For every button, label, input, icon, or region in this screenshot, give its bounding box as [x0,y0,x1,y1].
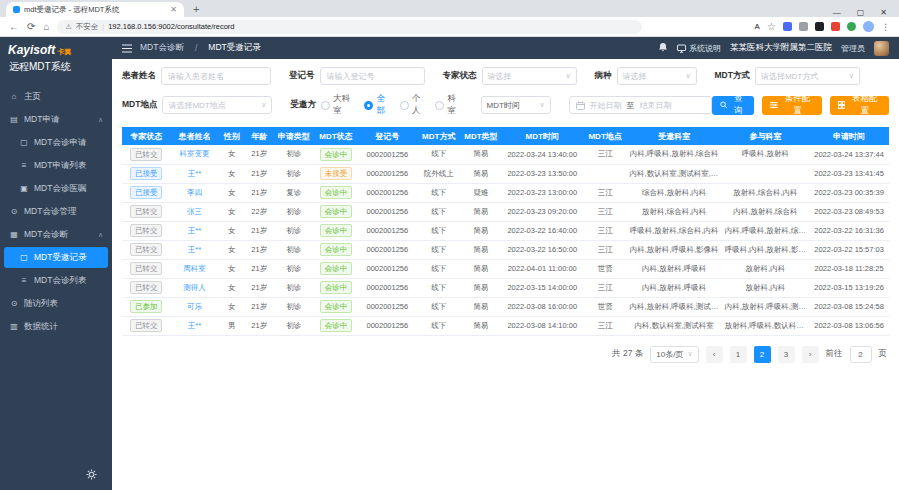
browser-tab[interactable]: mdt受邀记录 - 远程MDT系统 ✕ [6,2,184,17]
extension-icon[interactable] [847,22,856,31]
extension-icon[interactable] [815,22,824,31]
mdt-mode-cell: 线下 [416,145,460,164]
expert-status-select[interactable]: 请选择 ∨ [482,67,577,85]
new-tab-button[interactable]: + [193,2,199,17]
radio-big-dept[interactable]: 大科室 [321,93,356,117]
page-button[interactable]: 1 [730,346,747,363]
close-button[interactable]: ✕ [880,8,887,17]
patient-name-link[interactable]: 张三 [187,207,202,216]
apply-type-cell: 初诊 [274,164,314,183]
reg-no-input[interactable] [320,67,425,85]
sidebar-item-home[interactable]: ⌂ 主页 [0,85,112,108]
back-button[interactable]: ← [9,22,19,32]
column-header[interactable]: 受邀科室 [627,127,722,145]
sidebar-item-mdt-consult-order[interactable]: ▣ MDT会诊医嘱 [0,177,112,200]
patient-name-link[interactable]: 王** [188,169,201,178]
column-header[interactable]: MDT地点 [584,127,627,145]
patient-name-link[interactable]: 周科室 [183,264,206,273]
reg-no-cell: 0002001256 [358,221,416,240]
disease-select[interactable]: 请选择 ∨ [617,67,697,85]
sidebar-item-mdt-diagnosis[interactable]: ▦ MDT会诊断 ∧ [0,223,112,246]
sidebar-item-mdt-apply[interactable]: ▤ MDT申请 ∧ [0,108,112,131]
column-header[interactable]: 申请时间 [809,127,889,145]
bookmark-star-icon[interactable]: ☆ [767,22,776,32]
extension-icon[interactable] [831,22,840,31]
extension-icon[interactable] [799,22,808,31]
user-avatar[interactable] [874,41,889,56]
radio-all[interactable]: 全部 [364,93,391,117]
reading-mode-icon[interactable]: A [754,23,760,31]
refresh-button[interactable]: ⟳ [27,22,35,32]
sidebar-item-followup-list[interactable]: ⊙ 随访列表 [0,292,112,315]
mdt-place-select[interactable]: 请选择MDT地点 ∨ [162,96,272,114]
gender-cell: 女 [219,145,245,164]
patient-name-link[interactable]: 科室变更 [179,149,209,158]
profile-avatar[interactable] [863,21,874,32]
age-cell: 21岁 [245,278,274,297]
column-header[interactable]: MDT类型 [461,127,501,145]
pagination: 共 27 条 10条/页 ∨ ‹ 1 2 3 › 前往 页 [112,336,899,373]
patient-name-link[interactable]: 王** [188,245,201,254]
column-header[interactable]: 性别 [219,127,245,145]
mdt-mode-cell: 线下 [416,183,460,202]
condition-config-button[interactable]: 条件配置 [762,96,821,115]
extension-icon[interactable] [783,22,792,31]
patient-name-input[interactable] [161,67,271,85]
mdt-place-cell: 三江 [584,183,627,202]
prev-page-button[interactable]: ‹ [706,346,723,363]
records-table: 专家状态患者姓名性别年龄申请类型MDT状态登记号MDT方式MDT类型MDT时间M… [112,127,899,336]
radio-dept[interactable]: 科室 [435,93,462,117]
mdt-date-range-picker[interactable]: 开始日期 至 结束日期 [569,96,712,114]
page-button[interactable]: 3 [778,346,795,363]
mdt-time-select[interactable]: MDT时间 ∨ [481,96,551,114]
column-header[interactable]: MDT方式 [416,127,460,145]
patient-name-link[interactable]: 王** [188,321,201,330]
column-header[interactable]: 申请类型 [274,127,314,145]
mdt-place-cell [584,164,627,183]
minimize-button[interactable]: — [833,8,841,17]
tab-close-icon[interactable]: ✕ [170,6,177,14]
column-header[interactable]: 患者姓名 [170,127,218,145]
collapse-sidebar-icon[interactable] [122,39,132,57]
sidebar-item-statistics[interactable]: ▥ 数据统计 [0,315,112,338]
sidebar-item-mdt-consult-list[interactable]: ≡ MDT会诊列表 [0,269,112,292]
next-page-button[interactable]: › [802,346,819,363]
page-size-select[interactable]: 10条/页 ∨ [650,346,698,363]
column-header[interactable]: 年龄 [245,127,274,145]
sidebar-item-mdt-consult-manage[interactable]: ⊙ MDT会诊管理 [0,200,112,223]
user-role[interactable]: 管理员 [841,43,865,54]
home-button[interactable]: ⌂ [43,22,49,32]
browser-menu-icon[interactable]: ⋮ [881,22,890,32]
bell-icon[interactable] [658,42,668,54]
total-count: 共 27 条 [612,348,643,360]
sidebar-item-mdt-apply-list[interactable]: ≡ MDT申请列表 [0,154,112,177]
page-button-active[interactable]: 2 [754,346,771,363]
filter-mdt-place: MDT地点 请选择MDT地点 ∨ [122,96,272,114]
goto-page-input[interactable] [850,346,872,363]
patient-name-link[interactable]: 可乐 [187,302,202,311]
tab-title: mdt受邀记录 - 远程MDT系统 [24,5,166,15]
patient-name-link[interactable]: 测得人 [183,283,206,292]
patient-name-link[interactable]: 王** [188,226,201,235]
column-header[interactable]: MDT状态 [314,127,358,145]
sidebar-item-mdt-consult-apply[interactable]: ▢ MDT会诊申请 [0,131,112,154]
tab-favicon [13,6,20,13]
mdt-mode-select[interactable]: 请选择MDT方式 ∨ [755,67,860,85]
mdt-place-cell: 世贤 [584,259,627,278]
patient-name-link[interactable]: 李四 [187,188,202,197]
column-header[interactable]: 专家状态 [122,127,170,145]
breadcrumb-parent[interactable]: MDT会诊断 [140,42,184,54]
system-help[interactable]: 系统说明 [677,43,721,54]
sidebar-item-mdt-invite-record[interactable]: ▢ MDT受邀记录 [4,247,108,268]
column-header[interactable]: 参与科室 [722,127,809,145]
table-config-button[interactable]: 表格配置 [830,96,889,115]
mdt-type-cell: 简易 [461,316,501,335]
url-bar[interactable]: ⚠ 不安全 | 192.168.0.156:9002/consultate/re… [57,20,642,34]
maximize-button[interactable]: ▢ [857,8,865,17]
column-header[interactable]: 登记号 [358,127,416,145]
radio-person[interactable]: 个人 [400,93,427,117]
settings-gear-icon[interactable] [86,466,97,484]
share-icon: ⊙ [9,299,19,308]
search-button[interactable]: 查询 [712,96,755,115]
column-header[interactable]: MDT时间 [501,127,584,145]
